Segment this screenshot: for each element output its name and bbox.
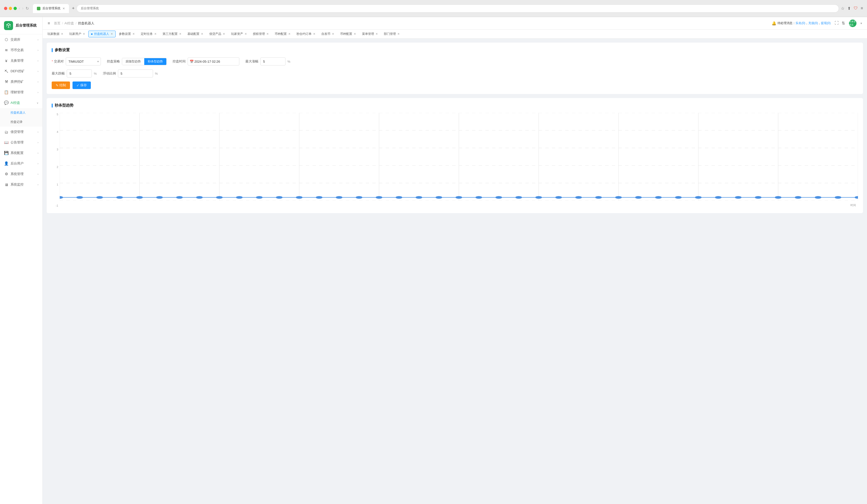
max-drop-field: 最大跌幅 % — [52, 69, 97, 77]
sidebar-item-sys-manage[interactable]: ⚙ 系统管理 › — [0, 169, 42, 179]
tab-third-party[interactable]: 第三方配置 ✕ — [160, 31, 184, 37]
sidebar-item-coin-trade[interactable]: ≋ 币币交易 › — [0, 45, 42, 55]
sidebar-item-exchange[interactable]: ⬡ 交易所 › — [0, 34, 42, 45]
strategy-snipe-btn[interactable]: 秒杀型趋势 — [144, 58, 166, 65]
recharge-link[interactable]: 充值(0) — [808, 21, 818, 25]
strategy-follow-btn[interactable]: 跟随型趋势 — [122, 58, 144, 65]
svg-point-38 — [475, 196, 482, 199]
refresh-button[interactable]: ↻ — [25, 6, 29, 11]
tab-player-data[interactable]: 玩家数据 ✕ — [45, 31, 66, 37]
svg-point-50 — [715, 196, 722, 199]
breadcrumb-home[interactable]: 首页 — [54, 21, 61, 25]
sidebar-item-sys-config[interactable]: 💾 系统配置 › — [0, 148, 42, 158]
loan-icon: 🗂 — [4, 130, 9, 134]
sidebar-item-sys-monitor[interactable]: 🖥 系统监控 › — [0, 179, 42, 190]
trading-pair-select[interactable]: TIMIUSDT — [66, 57, 101, 65]
back-button[interactable]: ‹ — [19, 6, 20, 11]
float-ratio-input[interactable] — [118, 69, 153, 77]
tab-dept-manage[interactable]: 部门管理 ✕ — [381, 31, 403, 37]
realname-link[interactable]: 实名(0) — [795, 21, 805, 25]
close-dot[interactable] — [4, 7, 7, 10]
maximize-dot[interactable] — [13, 7, 17, 10]
fullscreen-icon[interactable]: ⛶ — [835, 21, 839, 25]
forward-button[interactable]: › — [22, 6, 23, 11]
params-section: 参数设置 交易对 TIMIUSDT 控盘策略 跟 — [47, 43, 863, 94]
top-header: ≡ 首页 / AI控盘 / 控盘机器人 🔔 待处理消息：实名(0)，充值(0)，… — [43, 17, 867, 30]
tab-params[interactable]: 参数设置 ✕ — [116, 31, 138, 37]
tab-coin-config2[interactable]: 币种配置 ✕ — [338, 31, 359, 37]
expand-icon[interactable]: ⇅ — [842, 21, 845, 25]
submenu-record[interactable]: 控盘记录 — [0, 117, 42, 127]
tab-robot[interactable]: 控盘机器人 ✕ — [88, 31, 116, 37]
svg-point-31 — [336, 196, 342, 199]
tab-scheduled-close[interactable]: ✕ — [154, 32, 157, 36]
tab-player-asset-close[interactable]: ✕ — [245, 32, 247, 36]
url-bar[interactable]: 后台管理系统 — [76, 4, 839, 12]
sidebar-item-ai[interactable]: 💬 AI控盘 ∨ — [0, 98, 42, 108]
tab-menu-manage[interactable]: 菜单管理 ✕ — [359, 31, 381, 37]
tab-coin-config-close[interactable]: ✕ — [288, 32, 290, 36]
tab-loan-product-close[interactable]: ✕ — [223, 32, 225, 36]
sys-monitor-icon: 🖥 — [4, 183, 9, 187]
reset-button[interactable]: ✎ 结制 — [52, 81, 70, 89]
tab-self-coin-close[interactable]: ✕ — [332, 32, 334, 36]
max-rise-input[interactable] — [260, 57, 286, 65]
shield-icon[interactable]: 🛡 — [854, 6, 858, 11]
reset-icon: ✎ — [56, 84, 58, 87]
sidebar-item-backend-user[interactable]: 👤 后台用户 › — [0, 158, 42, 169]
sidebar-item-pledge[interactable]: ⚒ 质押挖矿 › — [0, 76, 42, 87]
max-drop-input[interactable] — [67, 69, 92, 77]
tab-base-config[interactable]: 基础配置 ✕ — [185, 31, 206, 37]
sidebar-item-finance[interactable]: 📋 理财管理 › — [0, 87, 42, 98]
breadcrumb: 首页 / AI控盘 / 控盘机器人 — [54, 21, 94, 25]
tab-dept-manage-close[interactable]: ✕ — [397, 32, 400, 36]
svg-point-48 — [675, 196, 682, 199]
tab-params-close[interactable]: ✕ — [132, 32, 135, 36]
pending-message: 待处理消息：实名(0)，充值(0)，提现(0) — [778, 21, 831, 25]
sidebar-item-loan[interactable]: 🗂 借贷管理 › — [0, 127, 42, 137]
tab-self-coin[interactable]: 自发币 ✕ — [319, 31, 337, 37]
minimize-dot[interactable] — [9, 7, 12, 10]
control-time-input[interactable] — [188, 57, 239, 65]
tab-player-user-close[interactable]: ✕ — [83, 32, 85, 36]
share-icon[interactable]: ⬆ — [847, 6, 851, 11]
tab-robot-close[interactable]: ✕ — [111, 32, 113, 36]
withdraw-link[interactable]: 提现(0) — [821, 21, 831, 25]
svg-point-28 — [276, 196, 283, 199]
sidebar: 后台管理系统 ⬡ 交易所 › ≋ 币币交易 › ¥ 兑换管理 — [0, 17, 43, 504]
swap-arrow: › — [38, 59, 39, 62]
user-avatar[interactable]: 未来管理员 — [849, 20, 856, 27]
tab-auth-close[interactable]: ✕ — [266, 32, 269, 36]
tab-menu-manage-close[interactable]: ✕ — [376, 32, 378, 36]
tab-futures-order[interactable]: 秒合约订单 ✕ — [294, 31, 318, 37]
tab-close-button[interactable]: ✕ — [63, 7, 65, 10]
chart-section: 秒杀型趋势 5 4 3 2 1 — [47, 98, 863, 213]
tab-auth[interactable]: 授权管理 ✕ — [250, 31, 271, 37]
sidebar-item-announcement[interactable]: 📖 公告管理 › — [0, 137, 42, 148]
tab-coin-config[interactable]: 币种配置 ✕ — [272, 31, 293, 37]
menu-toggle-button[interactable]: ≡ — [48, 21, 50, 25]
submenu-robot[interactable]: 控盘机器人 — [0, 108, 42, 117]
coin-trade-icon: ≋ — [4, 48, 9, 52]
user-dropdown-arrow[interactable]: ▾ — [860, 22, 862, 25]
tab-player-asset[interactable]: 玩家资产 ✕ — [228, 31, 250, 37]
menu-icon[interactable]: ≡ — [861, 6, 863, 11]
tab-loan-product[interactable]: 借贷产品 ✕ — [206, 31, 228, 37]
star-icon[interactable]: ☆ — [841, 6, 844, 11]
sidebar-item-swap[interactable]: ¥ 兑换管理 › — [0, 55, 42, 66]
tab-coin-config2-close[interactable]: ✕ — [354, 32, 356, 36]
browser-tab[interactable]: 后台管理系统 ✕ — [33, 4, 69, 13]
save-button[interactable]: ✓ 保存 — [73, 81, 91, 89]
page-content: 参数设置 交易对 TIMIUSDT 控盘策略 跟 — [43, 39, 867, 504]
y-label-1: 1 — [57, 183, 58, 186]
tab-scheduled[interactable]: 定时任务 ✕ — [138, 31, 159, 37]
new-tab-button[interactable]: + — [72, 6, 75, 11]
y-label-5: 5 — [57, 113, 58, 116]
tab-third-party-close[interactable]: ✕ — [179, 32, 181, 36]
sidebar-item-defi[interactable]: ⛏ DEFI挖矿 › — [0, 66, 42, 76]
tab-futures-order-close[interactable]: ✕ — [313, 32, 315, 36]
tab-player-user[interactable]: 玩家用户 ✕ — [66, 31, 88, 37]
tab-player-data-close[interactable]: ✕ — [61, 32, 63, 36]
breadcrumb-ai[interactable]: AI控盘 — [64, 21, 74, 25]
tab-base-config-close[interactable]: ✕ — [201, 32, 203, 36]
